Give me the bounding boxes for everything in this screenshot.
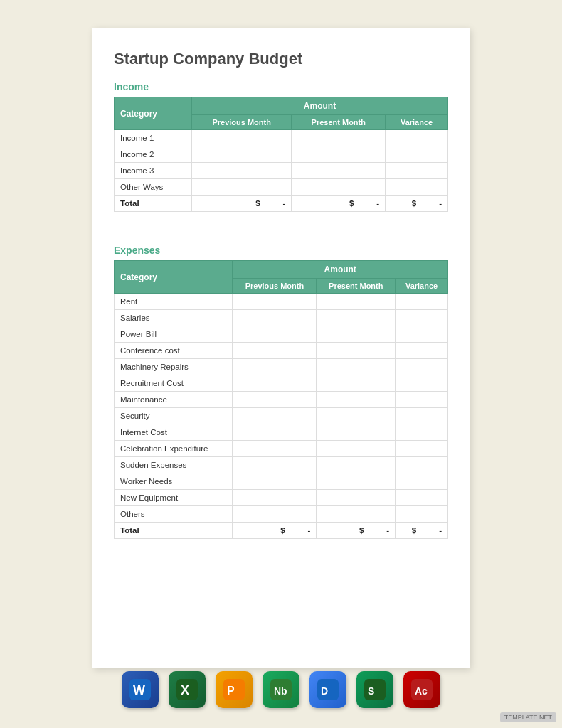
table-row: Other Ways bbox=[115, 179, 448, 196]
income-header-row1: Category Amount bbox=[115, 97, 448, 115]
income-section-heading: Income bbox=[114, 81, 448, 92]
table-row: Salaries bbox=[115, 310, 448, 326]
expenses-power-bill: Power Bill bbox=[115, 326, 233, 343]
table-row: Security bbox=[115, 408, 448, 424]
word-icon[interactable]: W bbox=[122, 671, 159, 708]
income-total-prev: $ - bbox=[192, 196, 292, 212]
income-row4-present bbox=[292, 179, 386, 196]
income-row4-prev bbox=[192, 179, 292, 196]
expenses-prev-month-header: Previous Month bbox=[233, 279, 317, 294]
income-amount-header: Amount bbox=[192, 97, 448, 115]
income-row1-variance bbox=[386, 130, 448, 146]
table-row: Others bbox=[115, 506, 448, 523]
svg-text:W: W bbox=[133, 683, 145, 697]
svg-text:S: S bbox=[368, 685, 374, 697]
expenses-amount-header: Amount bbox=[233, 261, 448, 279]
expenses-variance-header: Variance bbox=[396, 279, 448, 294]
income-total-row: Total $ - $ - $ - bbox=[115, 196, 448, 212]
svg-text:X: X bbox=[181, 683, 189, 697]
document-container: Startup Company Budget Income Category A… bbox=[92, 28, 470, 668]
income-table: Category Amount Previous Month Present M… bbox=[114, 97, 448, 212]
table-row: New Equipment bbox=[115, 490, 448, 506]
income-row3-category: Income 3 bbox=[115, 163, 192, 179]
svg-text:Ac: Ac bbox=[415, 685, 428, 697]
docs-icon[interactable]: D bbox=[309, 671, 346, 708]
expenses-others: Others bbox=[115, 506, 233, 523]
income-category-header: Category bbox=[115, 97, 192, 130]
income-row3-present bbox=[292, 163, 386, 179]
table-row: Income 3 bbox=[115, 163, 448, 179]
expenses-total-prev: $ - bbox=[233, 523, 317, 539]
table-row: Conference cost bbox=[115, 343, 448, 359]
income-variance-header: Variance bbox=[386, 115, 448, 130]
expenses-sudden: Sudden Expenses bbox=[115, 457, 233, 473]
income-present-month-header: Present Month bbox=[292, 115, 386, 130]
income-total-present: $ - bbox=[292, 196, 386, 212]
sheets-icon[interactable]: S bbox=[356, 671, 393, 708]
table-row: Celebration Expenditure bbox=[115, 441, 448, 457]
income-row1-present bbox=[292, 130, 386, 146]
expenses-category-header: Category bbox=[115, 261, 233, 294]
income-row2-present bbox=[292, 146, 386, 163]
expenses-conference-cost: Conference cost bbox=[115, 343, 233, 359]
expenses-total-variance: $ - bbox=[396, 523, 448, 539]
expenses-present-month-header: Present Month bbox=[317, 279, 396, 294]
expenses-machinery-repairs: Machinery Repairs bbox=[115, 359, 233, 375]
table-row: Sudden Expenses bbox=[115, 457, 448, 473]
income-row1-category: Income 1 bbox=[115, 130, 192, 146]
app-icons-bar: W X P Nb D S Ac bbox=[0, 671, 562, 708]
expenses-worker-needs: Worker Needs bbox=[115, 473, 233, 490]
svg-text:Nb: Nb bbox=[274, 685, 287, 697]
template-badge: TEMPLATE.NET bbox=[500, 712, 556, 722]
expenses-total-present: $ - bbox=[317, 523, 396, 539]
svg-text:D: D bbox=[321, 685, 328, 697]
income-row2-variance bbox=[386, 146, 448, 163]
expenses-maintenance: Maintenance bbox=[115, 392, 233, 408]
table-row: Income 2 bbox=[115, 146, 448, 163]
acrobat-icon[interactable]: Ac bbox=[403, 671, 440, 708]
table-row: Internet Cost bbox=[115, 424, 448, 441]
income-total-label: Total bbox=[115, 196, 192, 212]
table-row: Machinery Repairs bbox=[115, 359, 448, 375]
income-row2-prev bbox=[192, 146, 292, 163]
income-row1-prev bbox=[192, 130, 292, 146]
table-row: Maintenance bbox=[115, 392, 448, 408]
income-row2-category: Income 2 bbox=[115, 146, 192, 163]
income-row3-prev bbox=[192, 163, 292, 179]
expenses-header-row1: Category Amount bbox=[115, 261, 448, 279]
income-prev-month-header: Previous Month bbox=[192, 115, 292, 130]
expenses-recruitment-cost: Recruitment Cost bbox=[115, 375, 233, 392]
table-row: Income 1 bbox=[115, 130, 448, 146]
document-title: Startup Company Budget bbox=[114, 50, 448, 68]
table-row: Recruitment Cost bbox=[115, 375, 448, 392]
income-row3-variance bbox=[386, 163, 448, 179]
expenses-rent: Rent bbox=[115, 294, 233, 310]
pages-icon[interactable]: P bbox=[216, 671, 253, 708]
numbers-icon[interactable]: Nb bbox=[263, 671, 299, 708]
income-row4-category: Other Ways bbox=[115, 179, 192, 196]
expenses-new-equipment: New Equipment bbox=[115, 490, 233, 506]
expenses-total-label: Total bbox=[115, 523, 233, 539]
expenses-celebration: Celebration Expenditure bbox=[115, 441, 233, 457]
expenses-internet-cost: Internet Cost bbox=[115, 424, 233, 441]
table-row: Worker Needs bbox=[115, 473, 448, 490]
table-row: Power Bill bbox=[115, 326, 448, 343]
svg-text:P: P bbox=[227, 685, 235, 697]
expenses-security: Security bbox=[115, 408, 233, 424]
expenses-table: Category Amount Previous Month Present M… bbox=[114, 260, 448, 539]
income-row4-variance bbox=[386, 179, 448, 196]
income-total-variance: $ - bbox=[386, 196, 448, 212]
table-row: Rent bbox=[115, 294, 448, 310]
expenses-total-row: Total $ - $ - $ - bbox=[115, 523, 448, 539]
expenses-section-heading: Expenses bbox=[114, 245, 448, 256]
excel-icon[interactable]: X bbox=[169, 671, 206, 708]
expenses-salaries: Salaries bbox=[115, 310, 233, 326]
